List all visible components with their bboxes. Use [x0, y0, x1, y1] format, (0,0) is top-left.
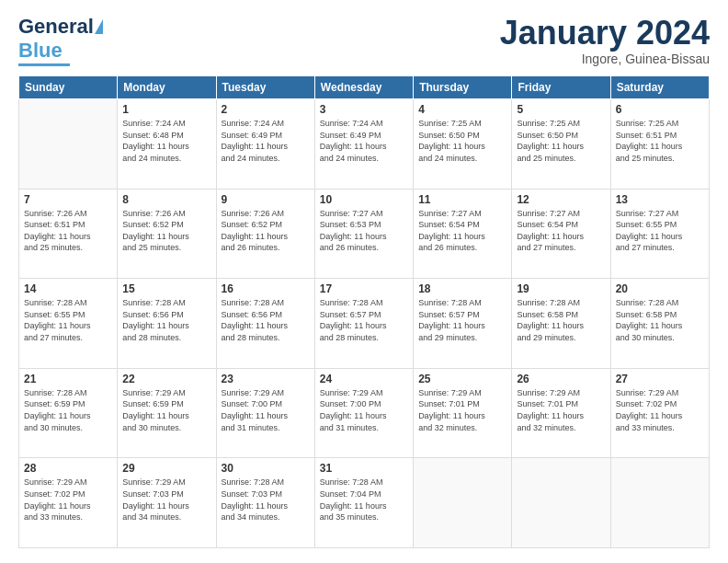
day-info: Sunrise: 7:25 AM Sunset: 6:50 PM Dayligh…: [517, 118, 605, 164]
calendar-week-row: 14Sunrise: 7:28 AM Sunset: 6:55 PM Dayli…: [19, 279, 710, 369]
day-number: 22: [122, 373, 210, 385]
table-row: 16Sunrise: 7:28 AM Sunset: 6:56 PM Dayli…: [216, 279, 314, 369]
day-info: Sunrise: 7:28 AM Sunset: 6:56 PM Dayligh…: [222, 297, 310, 343]
day-info: Sunrise: 7:28 AM Sunset: 6:57 PM Dayligh…: [320, 297, 408, 343]
calendar-header-row: Sunday Monday Tuesday Wednesday Thursday…: [19, 76, 710, 99]
table-row: 12Sunrise: 7:27 AM Sunset: 6:54 PM Dayli…: [512, 189, 610, 279]
header-sunday: Sunday: [19, 76, 118, 99]
day-info: Sunrise: 7:26 AM Sunset: 6:51 PM Dayligh…: [24, 208, 112, 254]
table-row: 21Sunrise: 7:28 AM Sunset: 6:59 PM Dayli…: [19, 368, 118, 458]
day-info: Sunrise: 7:27 AM Sunset: 6:55 PM Dayligh…: [616, 208, 704, 254]
day-number: 28: [24, 462, 112, 475]
month-title: January 2024: [500, 15, 710, 52]
day-info: Sunrise: 7:29 AM Sunset: 7:01 PM Dayligh…: [517, 387, 605, 433]
day-info: Sunrise: 7:27 AM Sunset: 6:54 PM Dayligh…: [517, 208, 605, 254]
day-number: 18: [418, 282, 506, 295]
day-info: Sunrise: 7:25 AM Sunset: 6:51 PM Dayligh…: [616, 118, 704, 164]
day-info: Sunrise: 7:29 AM Sunset: 7:02 PM Dayligh…: [24, 477, 112, 523]
table-row: 15Sunrise: 7:28 AM Sunset: 6:56 PM Dayli…: [118, 279, 216, 369]
day-number: 26: [517, 373, 605, 385]
table-row: 27Sunrise: 7:29 AM Sunset: 7:02 PM Dayli…: [610, 368, 709, 458]
calendar-week-row: 1Sunrise: 7:24 AM Sunset: 6:48 PM Daylig…: [19, 99, 710, 190]
table-row: 18Sunrise: 7:28 AM Sunset: 6:57 PM Dayli…: [414, 279, 512, 369]
table-row: 28Sunrise: 7:29 AM Sunset: 7:02 PM Dayli…: [19, 458, 118, 548]
header-tuesday: Tuesday: [216, 76, 314, 99]
day-number: 12: [517, 193, 605, 206]
table-row: 11Sunrise: 7:27 AM Sunset: 6:54 PM Dayli…: [414, 189, 512, 279]
day-info: Sunrise: 7:28 AM Sunset: 6:59 PM Dayligh…: [24, 387, 112, 433]
day-number: 10: [320, 193, 408, 206]
day-info: Sunrise: 7:24 AM Sunset: 6:49 PM Dayligh…: [222, 118, 310, 164]
day-number: 2: [222, 103, 310, 116]
calendar: Sunday Monday Tuesday Wednesday Thursday…: [18, 75, 710, 548]
day-info: Sunrise: 7:25 AM Sunset: 6:50 PM Dayligh…: [418, 118, 506, 164]
day-info: Sunrise: 7:26 AM Sunset: 6:52 PM Dayligh…: [222, 208, 310, 254]
day-number: 13: [616, 193, 704, 206]
logo: General Blue: [18, 15, 104, 66]
table-row: 20Sunrise: 7:28 AM Sunset: 6:58 PM Dayli…: [610, 279, 709, 369]
day-number: 29: [122, 462, 210, 475]
header-monday: Monday: [118, 76, 216, 99]
table-row: 26Sunrise: 7:29 AM Sunset: 7:01 PM Dayli…: [512, 368, 610, 458]
day-number: 15: [122, 282, 210, 295]
day-info: Sunrise: 7:28 AM Sunset: 6:58 PM Dayligh…: [616, 297, 704, 343]
table-row: 7Sunrise: 7:26 AM Sunset: 6:51 PM Daylig…: [19, 189, 118, 279]
table-row: 5Sunrise: 7:25 AM Sunset: 6:50 PM Daylig…: [512, 99, 610, 190]
table-row: [512, 458, 610, 548]
table-row: 19Sunrise: 7:28 AM Sunset: 6:58 PM Dayli…: [512, 279, 610, 369]
day-info: Sunrise: 7:24 AM Sunset: 6:49 PM Dayligh…: [320, 118, 408, 164]
day-info: Sunrise: 7:29 AM Sunset: 6:59 PM Dayligh…: [122, 387, 210, 433]
logo-blue: Blue: [18, 39, 63, 63]
table-row: 25Sunrise: 7:29 AM Sunset: 7:01 PM Dayli…: [414, 368, 512, 458]
table-row: 8Sunrise: 7:26 AM Sunset: 6:52 PM Daylig…: [118, 189, 216, 279]
table-row: [414, 458, 512, 548]
table-row: 9Sunrise: 7:26 AM Sunset: 6:52 PM Daylig…: [216, 189, 314, 279]
calendar-week-row: 28Sunrise: 7:29 AM Sunset: 7:02 PM Dayli…: [19, 458, 710, 548]
day-info: Sunrise: 7:29 AM Sunset: 7:00 PM Dayligh…: [222, 387, 310, 433]
day-info: Sunrise: 7:28 AM Sunset: 7:04 PM Dayligh…: [320, 477, 408, 523]
table-row: 22Sunrise: 7:29 AM Sunset: 6:59 PM Dayli…: [118, 368, 216, 458]
table-row: 23Sunrise: 7:29 AM Sunset: 7:00 PM Dayli…: [216, 368, 314, 458]
day-number: 9: [222, 193, 310, 206]
table-row: 17Sunrise: 7:28 AM Sunset: 6:57 PM Dayli…: [314, 279, 413, 369]
day-number: 24: [320, 373, 408, 385]
day-number: 8: [122, 193, 210, 206]
table-row: 29Sunrise: 7:29 AM Sunset: 7:03 PM Dayli…: [118, 458, 216, 548]
header: General Blue January 2024 Ingore, Guinea…: [18, 15, 710, 66]
day-number: 1: [122, 103, 210, 116]
day-info: Sunrise: 7:28 AM Sunset: 6:55 PM Dayligh…: [24, 297, 112, 343]
page: General Blue January 2024 Ingore, Guinea…: [0, 0, 728, 563]
day-number: 30: [222, 462, 310, 475]
day-number: 27: [616, 373, 704, 385]
day-info: Sunrise: 7:27 AM Sunset: 6:53 PM Dayligh…: [320, 208, 408, 254]
day-number: 25: [418, 373, 506, 385]
header-saturday: Saturday: [610, 76, 709, 99]
table-row: 3Sunrise: 7:24 AM Sunset: 6:49 PM Daylig…: [314, 99, 413, 190]
day-number: 5: [517, 103, 605, 116]
logo-general: General: [18, 15, 94, 39]
header-wednesday: Wednesday: [314, 76, 413, 99]
table-row: 1Sunrise: 7:24 AM Sunset: 6:48 PM Daylig…: [118, 99, 216, 190]
calendar-week-row: 21Sunrise: 7:28 AM Sunset: 6:59 PM Dayli…: [19, 368, 710, 458]
day-info: Sunrise: 7:26 AM Sunset: 6:52 PM Dayligh…: [122, 208, 210, 254]
logo-triangle-icon: [95, 19, 103, 34]
day-info: Sunrise: 7:29 AM Sunset: 7:03 PM Dayligh…: [122, 477, 210, 523]
title-block: January 2024 Ingore, Guinea-Bissau: [500, 15, 710, 66]
header-friday: Friday: [512, 76, 610, 99]
day-number: 23: [222, 373, 310, 385]
day-number: 20: [616, 282, 704, 295]
table-row: 4Sunrise: 7:25 AM Sunset: 6:50 PM Daylig…: [414, 99, 512, 190]
table-row: 2Sunrise: 7:24 AM Sunset: 6:49 PM Daylig…: [216, 99, 314, 190]
table-row: 30Sunrise: 7:28 AM Sunset: 7:03 PM Dayli…: [216, 458, 314, 548]
day-info: Sunrise: 7:28 AM Sunset: 6:58 PM Dayligh…: [517, 297, 605, 343]
day-number: 7: [24, 193, 112, 206]
day-number: 6: [616, 103, 704, 116]
day-number: 31: [320, 462, 408, 475]
location: Ingore, Guinea-Bissau: [500, 52, 710, 66]
day-info: Sunrise: 7:28 AM Sunset: 7:03 PM Dayligh…: [222, 477, 310, 523]
table-row: 14Sunrise: 7:28 AM Sunset: 6:55 PM Dayli…: [19, 279, 118, 369]
day-info: Sunrise: 7:24 AM Sunset: 6:48 PM Dayligh…: [122, 118, 210, 164]
day-number: 11: [418, 193, 506, 206]
calendar-week-row: 7Sunrise: 7:26 AM Sunset: 6:51 PM Daylig…: [19, 189, 710, 279]
day-number: 4: [418, 103, 506, 116]
